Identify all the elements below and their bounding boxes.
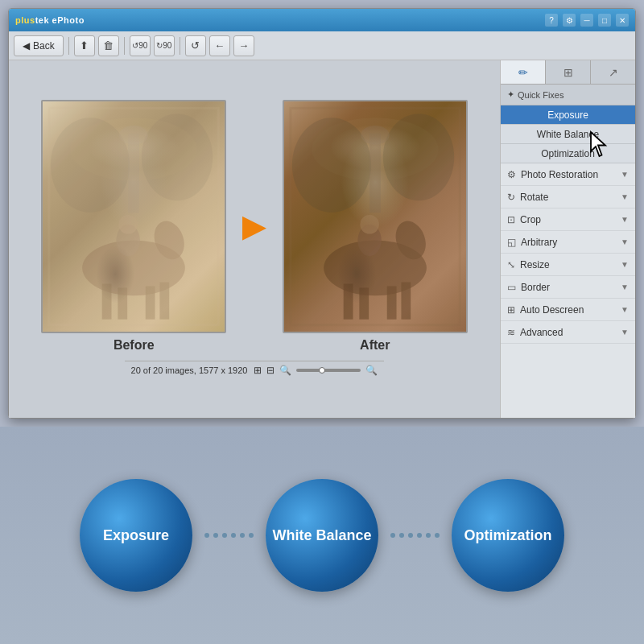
zoom-thumb	[319, 367, 325, 374]
logo-ephoto: ePhoto	[52, 15, 85, 25]
dot	[204, 533, 209, 538]
resize-icon: ⤡	[507, 259, 515, 270]
crop-icon: ⊡	[507, 214, 515, 225]
redo-button[interactable]: →	[233, 35, 254, 56]
svg-point-6	[120, 126, 148, 145]
tool-advanced[interactable]: ≋ Advanced ▼	[501, 321, 635, 344]
before-after-container: Before ►	[41, 100, 468, 353]
diagram-dots-2	[378, 533, 452, 538]
svg-rect-25	[359, 287, 369, 319]
svg-point-4	[142, 114, 213, 200]
diagram-optimization-label: Optimization	[464, 527, 552, 544]
back-button[interactable]: ◀ Back	[14, 35, 64, 56]
before-photo	[41, 100, 226, 333]
tool-border[interactable]: ▭ Border ▼	[501, 276, 635, 299]
before-after-arrow: ►	[234, 206, 275, 246]
crop-chevron: ▼	[621, 215, 629, 224]
quick-fixes-items: Exposure White Balance Optimization	[501, 105, 635, 163]
close-button[interactable]: ✕	[616, 14, 629, 27]
tool-crop[interactable]: ⊡ Crop ▼	[501, 208, 635, 231]
tab-edit[interactable]: ✏	[501, 60, 546, 84]
settings-button[interactable]: ⚙	[563, 14, 576, 27]
toolbar-separator-2	[124, 37, 125, 55]
rotate-icon: ↻	[507, 192, 515, 203]
svg-rect-5	[128, 134, 139, 213]
svg-point-21	[361, 126, 389, 145]
arbitrary-label: Arbitrary	[521, 237, 557, 248]
crop-label: Crop	[520, 214, 541, 225]
tool-resize[interactable]: ⤡ Resize ▼	[501, 254, 635, 276]
delete-button[interactable]: 🗑	[98, 35, 119, 56]
tab-enhance[interactable]: ⊞	[546, 60, 591, 84]
view-icon-1[interactable]: ⊞	[254, 365, 262, 376]
status-bar: 20 of 20 images, 1577 x 1920 ⊞ ⊟ 🔍 🔍	[125, 361, 385, 378]
toolbar: ◀ Back ⬆ 🗑 ↺90 ↻90 ↺ ← →	[9, 31, 635, 60]
undo-button[interactable]: ←	[209, 35, 230, 56]
bottom-section: Exposure White Balance Optimization	[0, 427, 644, 644]
svg-point-29	[360, 215, 379, 234]
tool-rotate[interactable]: ↻ Rotate ▼	[501, 186, 635, 208]
app-window: plustek ePhoto ? ⚙ ─ □ ✕ ◀ Back ⬆ 🗑 ↺90 …	[8, 8, 636, 419]
title-bar: plustek ePhoto ? ⚙ ─ □ ✕	[9, 9, 635, 31]
border-icon: ▭	[507, 282, 516, 293]
rotate-ccw-button[interactable]: ↺90	[130, 35, 151, 56]
rotate-chevron: ▼	[621, 192, 629, 201]
auto-descreen-chevron: ▼	[621, 305, 629, 314]
advanced-chevron: ▼	[621, 328, 629, 336]
quick-fixes-header: ✦ Quick Fixes	[501, 85, 635, 105]
quick-fixes-label: Quick Fixes	[518, 90, 564, 100]
back-arrow-icon: ◀	[23, 40, 30, 52]
tool-arbitrary[interactable]: ◱ Arbitrary ▼	[501, 231, 635, 254]
quick-fix-white-balance[interactable]: White Balance	[501, 125, 635, 144]
minimize-button[interactable]: ─	[580, 14, 593, 27]
dot	[435, 533, 440, 538]
quick-fixes-icon: ✦	[507, 89, 514, 100]
auto-descreen-icon: ⊞	[507, 304, 515, 316]
svg-rect-26	[386, 286, 396, 319]
tab-share[interactable]: ↗	[591, 60, 635, 84]
dot	[390, 533, 395, 538]
tool-auto-descreen[interactable]: ⊞ Auto Descreen ▼	[501, 299, 635, 321]
diagram-white-balance: White Balance	[266, 479, 378, 592]
photo-restoration-label: Photo Restoration	[521, 169, 598, 180]
dot	[240, 533, 245, 538]
tools-list: ⚙ Photo Restoration ▼ ↻ Rotate ▼ ⊡ Crop	[501, 163, 635, 418]
arbitrary-icon: ◱	[507, 237, 516, 248]
canvas-area: Before ►	[9, 60, 500, 418]
after-label: After	[360, 338, 390, 353]
dot	[249, 533, 254, 538]
status-right: ⊞ ⊟ 🔍 🔍	[254, 365, 378, 376]
zoom-slider[interactable]	[296, 369, 361, 372]
logo-plus: plus	[15, 15, 35, 25]
rotate-cw-button[interactable]: ↻90	[154, 35, 175, 56]
advanced-icon: ≋	[507, 327, 515, 338]
maximize-button[interactable]: □	[598, 14, 611, 27]
arbitrary-chevron: ▼	[621, 237, 629, 246]
reset-button[interactable]: ↺	[185, 35, 206, 56]
photo-restoration-icon: ⚙	[507, 169, 516, 180]
dot	[231, 533, 236, 538]
zoom-in-icon[interactable]: 🔍	[365, 365, 378, 376]
zoom-out-icon[interactable]: 🔍	[279, 365, 291, 376]
view-icon-2[interactable]: ⊟	[266, 365, 275, 376]
diagram-white-balance-label: White Balance	[272, 527, 371, 544]
back-label: Back	[33, 40, 55, 52]
svg-rect-24	[343, 284, 353, 320]
resize-chevron: ▼	[621, 260, 629, 269]
toolbar-separator-3	[180, 37, 180, 55]
logo-tek: tek	[35, 15, 49, 25]
upload-button[interactable]: ⬆	[74, 35, 95, 56]
quick-fix-exposure[interactable]: Exposure	[501, 105, 635, 125]
diagram-exposure: Exposure	[80, 479, 192, 592]
toolbar-separator-1	[68, 37, 69, 55]
svg-rect-20	[369, 134, 381, 213]
help-button[interactable]: ?	[545, 14, 558, 27]
tool-photo-restoration[interactable]: ⚙ Photo Restoration ▼	[501, 163, 635, 186]
svg-point-14	[119, 215, 138, 234]
border-label: Border	[521, 282, 550, 293]
dot	[408, 533, 413, 538]
diagram-dots-1	[192, 533, 266, 538]
quick-fix-optimization[interactable]: Optimization	[501, 144, 635, 163]
diagram-optimization: Optimization	[452, 479, 564, 592]
after-photo	[283, 100, 468, 333]
